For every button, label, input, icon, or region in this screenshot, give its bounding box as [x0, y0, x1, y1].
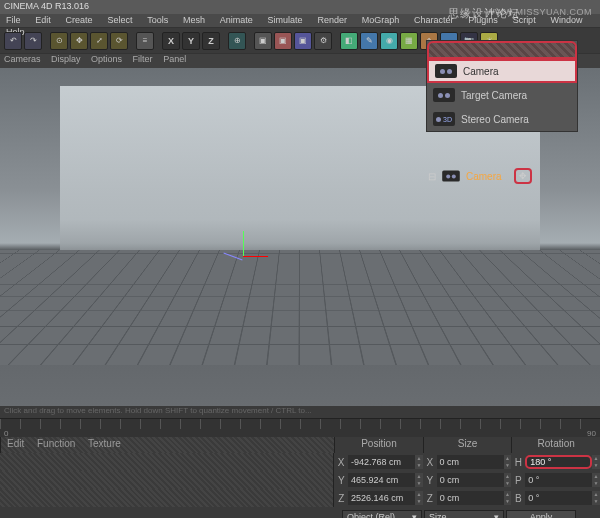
axis-label-y: Y — [334, 475, 348, 486]
undo-button[interactable]: ↶ — [4, 32, 22, 50]
axis-gizmo[interactable] — [228, 241, 258, 271]
camera-icon — [435, 64, 457, 78]
dropdown-item-target-camera[interactable]: Target Camera — [427, 83, 577, 107]
live-select-button[interactable]: ⊙ — [50, 32, 68, 50]
floor-grid — [0, 250, 600, 365]
tree-toggle-icon[interactable]: ⊟ — [428, 171, 436, 182]
render-picture-button[interactable]: ▣ — [294, 32, 312, 50]
axis-label-z: Z — [334, 493, 348, 504]
size-y-input[interactable]: 0 cm — [437, 473, 504, 487]
spinner[interactable]: ▲▼ — [592, 491, 600, 505]
object-tag[interactable]: ✥ — [514, 168, 532, 184]
size-x-input[interactable]: 0 cm — [437, 455, 504, 469]
coord-row-y: Y 465.924 cm ▲▼ Y 0 cm ▲▼ P 0 ° ▲▼ — [0, 471, 600, 489]
coord-row-z: Z 2526.146 cm ▲▼ Z 0 cm ▲▼ B 0 ° ▲▼ — [0, 489, 600, 507]
cameras-menu[interactable]: Cameras — [4, 54, 41, 64]
dropdown-label: Target Camera — [461, 90, 527, 101]
axis-y-icon — [243, 231, 244, 256]
chevron-down-icon: ▾ — [494, 512, 499, 518]
move-button[interactable]: ✥ — [70, 32, 88, 50]
watermark-url: WWW.MISSYUAN.COM — [486, 7, 592, 17]
menu-edit[interactable]: Edit — [29, 14, 57, 26]
axis-x-button[interactable]: X — [162, 32, 180, 50]
panel-menu[interactable]: Panel — [163, 54, 186, 64]
axis-label-x: X — [334, 457, 348, 468]
coord-mode-select[interactable]: Object (Rel)▾ — [342, 510, 422, 518]
menu-file[interactable]: File — [0, 14, 27, 26]
camera-dropdown: Camera Target Camera Stereo Camera — [426, 40, 578, 132]
menu-simulate[interactable]: Simulate — [262, 14, 309, 26]
dropdown-label: Stereo Camera — [461, 114, 529, 125]
filter-menu[interactable]: Filter — [133, 54, 153, 64]
header-position: Position — [334, 437, 423, 453]
status-bar: Click and drag to move elements. Hold do… — [0, 406, 600, 418]
spinner[interactable]: ▲▼ — [592, 473, 600, 487]
menu-mesh[interactable]: Mesh — [177, 14, 211, 26]
rotation-p-input[interactable]: 0 ° — [525, 473, 592, 487]
axis-x-icon — [243, 256, 268, 257]
size-label-z: Z — [423, 493, 437, 504]
menu-select[interactable]: Select — [101, 14, 138, 26]
rotate-button[interactable]: ⟳ — [110, 32, 128, 50]
rot-label-p: P — [511, 475, 525, 486]
axis-y-button[interactable]: Y — [182, 32, 200, 50]
size-z-input[interactable]: 0 cm — [437, 491, 504, 505]
tab-edit[interactable]: Edit — [7, 438, 24, 449]
tab-texture[interactable]: Texture — [88, 438, 121, 449]
rot-label-h: H — [511, 457, 525, 468]
tab-function[interactable]: Function — [37, 438, 75, 449]
render-view-button[interactable]: ▣ — [254, 32, 272, 50]
size-label-x: X — [423, 457, 437, 468]
history-button[interactable]: ≡ — [136, 32, 154, 50]
camera-icon — [433, 88, 455, 102]
position-z-input[interactable]: 2526.146 cm — [348, 491, 415, 505]
camera-3d-icon — [433, 112, 455, 126]
render-settings-button[interactable]: ⚙ — [314, 32, 332, 50]
dropdown-item-camera[interactable]: Camera — [427, 59, 577, 83]
primitive-cube-button[interactable]: ◧ — [340, 32, 358, 50]
timeline[interactable]: 0 90 — [0, 419, 600, 437]
spinner[interactable]: ▲▼ — [415, 491, 423, 505]
coord-system-button[interactable]: ⊕ — [228, 32, 246, 50]
menu-tools[interactable]: Tools — [141, 14, 174, 26]
render-region-button[interactable]: ▣ — [274, 32, 292, 50]
axis-z-button[interactable]: Z — [202, 32, 220, 50]
apply-button[interactable]: Apply — [506, 510, 576, 518]
spline-pen-button[interactable]: ✎ — [360, 32, 378, 50]
chevron-down-icon: ▾ — [412, 512, 417, 518]
dropdown-header — [427, 41, 577, 59]
spinner[interactable]: ▲▼ — [504, 455, 512, 469]
spinner[interactable]: ▲▼ — [415, 455, 423, 469]
timeline-start: 0 — [4, 429, 8, 438]
header-size: Size — [423, 437, 512, 453]
object-list-row[interactable]: ⊟ Camera ✥ — [428, 166, 578, 186]
rotation-b-input[interactable]: 0 ° — [525, 491, 592, 505]
spinner[interactable]: ▲▼ — [415, 473, 423, 487]
position-x-input[interactable]: -942.768 cm — [348, 455, 415, 469]
scale-button[interactable]: ⤢ — [90, 32, 108, 50]
menu-create[interactable]: Create — [60, 14, 99, 26]
options-menu[interactable]: Options — [91, 54, 122, 64]
timeline-end: 90 — [587, 429, 596, 438]
menu-render[interactable]: Render — [311, 14, 353, 26]
spinner[interactable]: ▲▼ — [592, 455, 600, 469]
menu-mograph[interactable]: MoGraph — [356, 14, 406, 26]
menu-animate[interactable]: Animate — [214, 14, 259, 26]
camera-icon — [442, 170, 460, 181]
size-mode-select[interactable]: Size▾ — [424, 510, 504, 518]
spinner[interactable]: ▲▼ — [504, 491, 512, 505]
position-y-input[interactable]: 465.924 cm — [348, 473, 415, 487]
header-rotation: Rotation — [511, 437, 600, 453]
display-menu[interactable]: Display — [51, 54, 81, 64]
nurbs-button[interactable]: ◉ — [380, 32, 398, 50]
dropdown-label: Camera — [463, 66, 499, 77]
rotation-h-input[interactable]: 180 ° — [525, 455, 592, 469]
dropdown-item-stereo-camera[interactable]: Stereo Camera — [427, 107, 577, 131]
redo-button[interactable]: ↷ — [24, 32, 42, 50]
spinner[interactable]: ▲▼ — [504, 473, 512, 487]
rot-label-b: B — [511, 493, 525, 504]
coord-row-x: X -942.768 cm ▲▼ X 0 cm ▲▼ H 180 ° ▲▼ — [0, 453, 600, 471]
array-button[interactable]: ▦ — [400, 32, 418, 50]
coordinates-panel: 0 90 Edit Function Texture Position Size… — [0, 418, 600, 518]
object-name[interactable]: Camera — [466, 171, 502, 182]
